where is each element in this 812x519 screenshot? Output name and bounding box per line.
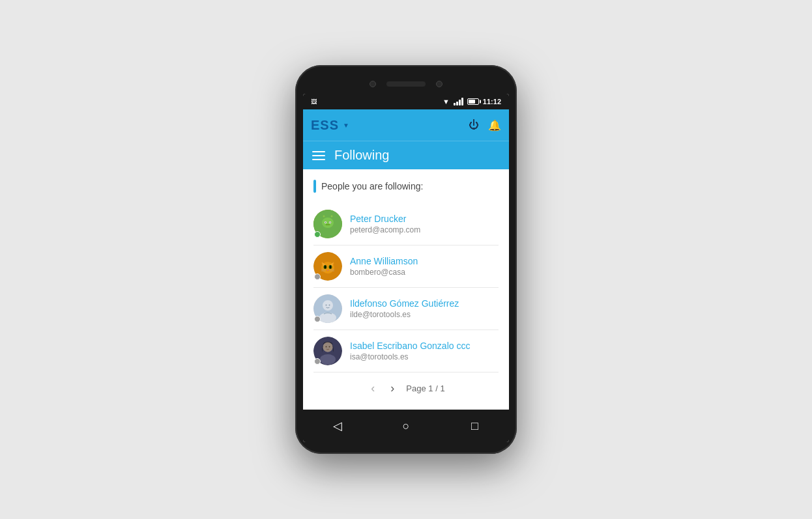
dropdown-icon[interactable]: ▼ (343, 122, 349, 129)
section-header: People you are following: (313, 180, 499, 193)
bottom-nav: ◁ ○ □ (303, 410, 509, 442)
user-info: Peter Drucker peterd@acomp.com (350, 214, 420, 234)
user-name: Ildefonso Gómez Gutiérrez (350, 298, 459, 309)
menu-button[interactable] (312, 151, 325, 160)
notifications-icon[interactable]: 🔔 (488, 119, 501, 132)
svg-point-39 (326, 346, 327, 348)
section-title: People you are following: (321, 181, 423, 191)
avatar-wrapper (313, 337, 342, 365)
svg-point-33 (326, 305, 327, 306)
phone-top-hardware (303, 77, 509, 94)
status-indicator (314, 358, 321, 365)
blue-accent-bar (313, 180, 316, 193)
svg-point-32 (319, 313, 336, 323)
user-info: Ildefonso Gómez Gutiérrez ilde@torotools… (350, 298, 459, 319)
svg-point-24 (330, 266, 331, 269)
svg-point-37 (320, 354, 336, 365)
user-email: ilde@torotools.es (350, 310, 459, 319)
main-content: People you are following: (303, 169, 509, 410)
app-logo: ESS (311, 118, 339, 133)
back-button[interactable]: ◁ (325, 416, 351, 436)
status-indicator (314, 316, 321, 322)
user-name: Isabel Escribano Gonzalo ccc (350, 341, 470, 351)
user-item[interactable]: Peter Drucker peterd@acomp.com (313, 203, 499, 245)
user-list: Peter Drucker peterd@acomp.com (313, 203, 499, 372)
status-indicator (314, 231, 321, 238)
page-title-bar: Following (303, 141, 509, 169)
status-time: 11:12 (483, 98, 501, 105)
power-icon[interactable]: ⏻ (469, 119, 479, 131)
wifi-icon: ▼ (442, 98, 450, 105)
svg-point-23 (325, 266, 326, 269)
avatar-wrapper (313, 294, 342, 323)
status-bar: 🖼 ▼ 11:12 (303, 94, 509, 109)
page-info: Page 1 / 1 (406, 384, 444, 393)
svg-point-13 (330, 222, 330, 223)
svg-point-31 (323, 300, 333, 311)
phone-speaker (386, 81, 426, 87)
user-email: bombero@casa (350, 268, 418, 277)
next-page-button[interactable]: › (386, 380, 398, 397)
status-indicator (314, 274, 321, 280)
phone-camera (370, 81, 376, 87)
svg-point-40 (329, 346, 330, 348)
user-info: Anne Williamson bombero@casa (350, 256, 418, 277)
svg-point-9 (322, 217, 334, 228)
page-title: Following (334, 148, 389, 163)
user-name: Anne Williamson (350, 256, 418, 266)
phone-device: 🖼 ▼ 11:12 (295, 65, 517, 454)
svg-point-38 (323, 343, 333, 352)
recent-apps-button[interactable]: □ (461, 416, 487, 436)
pagination: ‹ › Page 1 / 1 (313, 372, 499, 399)
user-item[interactable]: Ildefonso Gómez Gutiérrez ilde@torotools… (313, 288, 499, 330)
svg-point-8 (331, 216, 333, 217)
signal-icon (454, 98, 463, 105)
user-email: peterd@acomp.com (350, 225, 420, 234)
user-name: Peter Drucker (350, 214, 420, 224)
battery-icon (467, 98, 479, 105)
svg-point-12 (325, 222, 326, 223)
prev-page-button[interactable]: ‹ (367, 380, 379, 397)
avatar-wrapper (313, 252, 342, 281)
user-item[interactable]: Isabel Escribano Gonzalo ccc isa@torotoo… (313, 330, 499, 372)
header-actions: ⏻ 🔔 (469, 119, 501, 132)
phone-sensor (436, 81, 442, 87)
svg-point-6 (323, 216, 325, 217)
user-email: isa@torotools.es (350, 352, 470, 361)
user-item[interactable]: Anne Williamson bombero@casa (313, 245, 499, 288)
phone-screen: 🖼 ▼ 11:12 (303, 94, 509, 442)
status-bar-left: 🖼 (311, 98, 317, 105)
home-button[interactable]: ○ (393, 416, 419, 436)
avatar-wrapper (313, 210, 342, 238)
notification-icon: 🖼 (311, 98, 317, 105)
svg-point-34 (329, 305, 330, 306)
app-logo-area[interactable]: ESS ▼ (311, 118, 349, 133)
status-bar-right: ▼ 11:12 (442, 98, 501, 105)
app-header: ESS ▼ ⏻ 🔔 (303, 109, 509, 141)
user-info: Isabel Escribano Gonzalo ccc isa@torotoo… (350, 341, 470, 361)
